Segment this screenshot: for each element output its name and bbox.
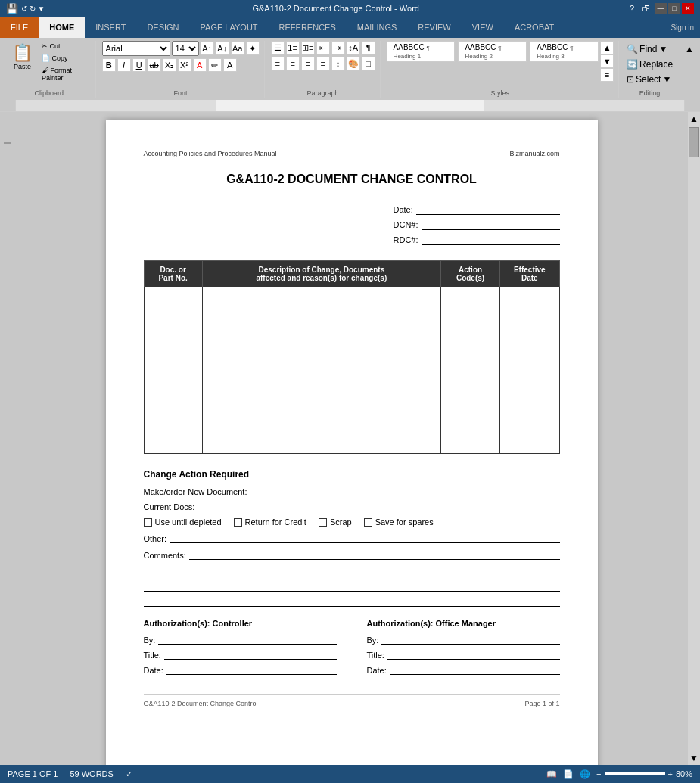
zoom-in-button[interactable]: + (668, 769, 673, 778)
tab-page-layout[interactable]: PAGE LAYOUT (190, 17, 269, 38)
ruler-right-side (685, 100, 700, 111)
controller-title-line[interactable] (164, 649, 337, 660)
text-color-button[interactable]: A (193, 58, 207, 72)
view-print[interactable]: 📄 (563, 769, 574, 779)
underline-button[interactable]: U (132, 58, 146, 72)
paste-button[interactable]: 📋 Paste (8, 41, 37, 74)
tab-references[interactable]: REFERENCES (269, 17, 347, 38)
scroll-up-arrow[interactable]: ▲ (688, 112, 700, 126)
checkbox-return-box[interactable] (234, 518, 242, 527)
increase-indent-button[interactable]: ⇥ (331, 41, 345, 54)
sign-in[interactable]: Sign in (664, 20, 700, 35)
office-date-line[interactable] (390, 664, 560, 675)
comments-line-1[interactable] (189, 549, 560, 560)
tab-file[interactable]: FILE (0, 17, 39, 38)
cell-action[interactable] (440, 287, 499, 454)
line-spacing-button[interactable]: ↕ (331, 57, 345, 70)
comment-line-4[interactable] (144, 596, 560, 607)
superscript-button[interactable]: X² (178, 58, 191, 72)
highlight-button[interactable]: ✏ (208, 58, 222, 72)
checkbox-scrap-box[interactable] (319, 518, 327, 527)
scroll-thumb[interactable] (689, 127, 699, 157)
multi-list-button[interactable]: ⊞≡ (301, 41, 315, 54)
tab-home[interactable]: HOME (39, 17, 85, 38)
help-icon[interactable]: ? (627, 4, 637, 13)
align-right-button[interactable]: ≡ (301, 57, 315, 70)
font-size-select[interactable]: 14 (172, 41, 199, 56)
subscript-button[interactable]: X₂ (163, 58, 176, 72)
checkbox-save[interactable]: Save for spares (364, 517, 434, 527)
cell-description[interactable] (202, 287, 440, 454)
find-button[interactable]: 🔍 Find ▼ (625, 43, 669, 55)
numbering-button[interactable]: 1≡ (286, 41, 300, 54)
style-scroll-down[interactable]: ▼ (600, 54, 614, 68)
font-color-button[interactable]: A (223, 58, 237, 72)
maximize-btn[interactable]: □ (668, 3, 680, 14)
collapse-ribbon[interactable]: ▲ (682, 41, 697, 98)
replace-button[interactable]: 🔄 Replace (625, 58, 674, 70)
bullets-button[interactable]: ☰ (271, 41, 285, 54)
scrollbar-vertical[interactable]: ▲ ▼ (688, 112, 700, 765)
comment-line-3[interactable] (144, 581, 560, 592)
close-btn[interactable]: ✕ (682, 3, 694, 14)
style-normal[interactable]: AABBCC ¶ Heading 1 (387, 41, 456, 62)
office-by-line[interactable] (381, 634, 559, 645)
style-heading1[interactable]: AABBCC ¶ Heading 2 (458, 41, 527, 62)
change-case-button[interactable]: Aa (231, 42, 244, 55)
borders-button[interactable]: □ (362, 57, 375, 70)
font-family-select[interactable]: Arial (102, 41, 170, 56)
tab-view[interactable]: VIEW (462, 17, 504, 38)
decrease-indent-button[interactable]: ⇤ (316, 41, 330, 54)
comment-line-2[interactable] (144, 566, 560, 576)
pilcrow-button[interactable]: ¶ (362, 41, 375, 54)
checkbox-save-box[interactable] (364, 518, 372, 527)
office-title-line[interactable] (387, 649, 560, 660)
zoom-out-button[interactable]: − (596, 769, 601, 778)
controller-date-line[interactable] (166, 664, 337, 675)
copy-button[interactable]: 📄 Copy (39, 53, 91, 64)
grow-font-button[interactable]: A↑ (201, 42, 214, 55)
align-center-button[interactable]: ≡ (286, 57, 300, 70)
bold-button[interactable]: B (102, 58, 116, 72)
format-painter-button[interactable]: 🖌 Format Painter (39, 65, 91, 83)
date-line[interactable] (416, 204, 560, 215)
scroll-track[interactable] (688, 159, 700, 751)
zoom-slider[interactable] (605, 772, 665, 775)
other-line[interactable] (170, 533, 559, 543)
rdc-line[interactable] (422, 235, 560, 245)
sort-button[interactable]: ↕A (347, 41, 360, 54)
minimize-btn[interactable]: — (655, 3, 667, 14)
view-read[interactable]: 📖 (546, 769, 557, 779)
justify-button[interactable]: ≡ (316, 57, 330, 70)
dcn-line[interactable] (422, 219, 560, 230)
view-web[interactable]: 🌐 (580, 769, 590, 779)
restore-icon[interactable]: 🗗 (639, 4, 653, 13)
shading-button[interactable]: 🎨 (347, 57, 360, 70)
select-button[interactable]: ⊡ Select ▼ (625, 73, 673, 85)
proofing-icon[interactable]: ✓ (126, 769, 132, 779)
checkbox-return[interactable]: Return for Credit (234, 517, 306, 527)
cell-effective[interactable] (500, 287, 559, 454)
checkbox-use-until[interactable]: Use until depleted (144, 517, 222, 527)
clear-format-button[interactable]: ✦ (246, 42, 260, 55)
italic-button[interactable]: I (117, 58, 131, 72)
strikethrough-button[interactable]: ab (148, 58, 161, 72)
style-heading2[interactable]: AABBCC ¶ Heading 3 (530, 41, 599, 62)
tab-review[interactable]: REVIEW (407, 17, 461, 38)
checkbox-use-until-box[interactable] (144, 518, 152, 527)
controller-by-line[interactable] (158, 634, 336, 645)
style-more[interactable]: ≡ (600, 68, 614, 82)
make-order-line[interactable] (250, 486, 559, 496)
scroll-area[interactable]: Accounting Policies and Procedures Manua… (15, 112, 688, 765)
checkbox-scrap[interactable]: Scrap (319, 517, 352, 527)
cell-doc-part[interactable] (144, 287, 202, 454)
tab-mailings[interactable]: MAILINGS (347, 17, 408, 38)
style-scroll-up[interactable]: ▲ (600, 41, 614, 54)
tab-design[interactable]: DESIGN (136, 17, 189, 38)
tab-insert[interactable]: INSERT (85, 17, 136, 38)
cut-button[interactable]: ✂ Cut (39, 41, 91, 51)
scroll-down-arrow[interactable]: ▼ (688, 751, 700, 765)
tab-acrobat[interactable]: ACROBAT (504, 17, 565, 38)
shrink-font-button[interactable]: A↓ (216, 42, 229, 55)
align-left-button[interactable]: ≡ (271, 57, 285, 70)
